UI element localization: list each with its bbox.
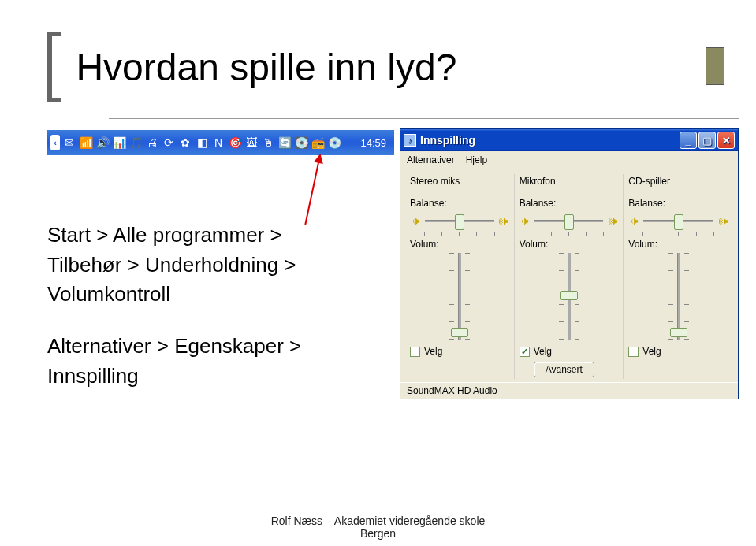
path-line: Innspilling [47, 364, 139, 388]
tray-icon[interactable]: N [211, 136, 225, 150]
balance-label: Balanse: [520, 198, 619, 209]
select-checkbox[interactable]: ✓ [520, 347, 530, 357]
tray-icon[interactable]: 🔄 [277, 136, 292, 150]
dialog-app-icon: ♪ [404, 134, 416, 147]
tray-icon[interactable]: 🖼 [244, 136, 259, 150]
taskbar-clock[interactable]: 14:59 [356, 137, 391, 149]
path-line: Start > Alle programmer > [47, 223, 282, 247]
slide-title: Hvordan spille inn lyd? [65, 46, 456, 89]
channel-mikrofon: MikrofonBalanse:🕩🕪Volum:✓VelgAvansert [515, 174, 624, 379]
tray-icon[interactable]: ✉ [62, 136, 76, 150]
balance-label: Balanse: [410, 198, 509, 209]
footer-line: Bergen [360, 527, 396, 540]
tray-icon[interactable]: ◧ [195, 136, 209, 150]
balance-ticks [628, 232, 728, 236]
tray-icon[interactable]: 📶 [79, 136, 93, 150]
speaker-left-icon: 🕩 [520, 215, 532, 226]
volume-label: Volum: [628, 239, 728, 250]
channel-cd-spiller: CD-spillerBalanse:🕩🕪Volum:Velg [624, 174, 733, 379]
tray-icon[interactable]: 🎵 [128, 136, 143, 150]
maximize-button: ▢ [698, 132, 716, 149]
balance-ticks [410, 232, 509, 236]
tray-icon[interactable]: 📻 [311, 136, 325, 150]
select-label: Velg [424, 346, 442, 357]
footer-line: Rolf Næss – Akademiet videregående skole [271, 514, 486, 527]
select-label: Velg [534, 346, 552, 357]
tray-icon[interactable]: 🖨 [145, 136, 159, 150]
instruction-text: Start > Alle programmer > Tilbehør > Und… [47, 221, 301, 413]
speaker-left-icon: 🕩 [628, 215, 641, 226]
advanced-button[interactable]: Avansert [534, 362, 594, 377]
title-underline [109, 118, 739, 119]
balance-slider[interactable]: 🕩🕪 [410, 210, 509, 231]
balance-slider[interactable]: 🕩🕪 [520, 210, 619, 231]
volume-slider[interactable] [628, 253, 728, 340]
select-checkbox[interactable] [628, 347, 639, 357]
tray-icon[interactable]: 🖱 [261, 136, 275, 150]
slide-footer: Rolf Næss – Akademiet videregående skole… [0, 514, 756, 540]
balance-label: Balanse: [628, 198, 728, 209]
channel-name: Stereo miks [410, 176, 509, 187]
taskbar-expand-icon[interactable]: ‹ [50, 135, 60, 150]
speaker-right-icon: 🕪 [605, 215, 618, 226]
channel-name: CD-spiller [628, 176, 728, 187]
windows-taskbar: ‹ ✉ 📶 🔊 📊 🎵 🖨 ⟳ ✿ ◧ N 🎯 🖼 🖱 🔄 💽 📻 💿 14:5… [47, 130, 394, 155]
tray-icon[interactable]: ✿ [178, 136, 192, 150]
channel-stereo-miks: Stereo miksBalanse:🕩🕪Volum:Velg [405, 174, 515, 379]
path-line: Volumkontroll [47, 282, 170, 306]
speaker-right-icon: 🕪 [716, 215, 728, 226]
dialog-body: Stereo miksBalanse:🕩🕪Volum:VelgMikrofonB… [400, 169, 738, 382]
volume-slider[interactable] [520, 253, 619, 340]
slide-title-wrap: Hvordan spille inn lyd? [47, 32, 456, 102]
dialog-menu: Alternativer Hjelp [400, 151, 738, 169]
select-checkbox[interactable] [410, 347, 420, 357]
recording-dialog: ♪ Innspilling _ ▢ ✕ Alternativer Hjelp S… [400, 128, 739, 399]
tray-icon[interactable]: ⟳ [162, 136, 176, 150]
tray-icon[interactable]: 💽 [294, 136, 308, 150]
dialog-titlebar[interactable]: ♪ Innspilling _ ▢ ✕ [400, 129, 738, 151]
select-checkbox-row[interactable]: Velg [410, 346, 509, 357]
path-line: Tilbehør > Underholdning > [47, 253, 296, 277]
menu-item-alternativer[interactable]: Alternativer [407, 154, 455, 165]
arrow-annotation-icon [304, 155, 321, 225]
volume-slider[interactable] [410, 253, 509, 340]
menu-item-hjelp[interactable]: Hjelp [466, 154, 487, 165]
volume-label: Volum: [520, 239, 619, 250]
speaker-left-icon: 🕩 [410, 215, 423, 226]
speaker-right-icon: 🕪 [497, 215, 509, 226]
select-checkbox-row[interactable]: ✓Velg [520, 346, 619, 357]
select-checkbox-row[interactable]: Velg [628, 346, 728, 357]
accent-box-icon [706, 47, 724, 85]
dialog-statusbar: SoundMAX HD Audio [400, 382, 738, 399]
volume-label: Volum: [410, 239, 509, 250]
title-bracket-icon [47, 32, 61, 102]
dialog-title: Innspilling [420, 134, 475, 147]
tray-icon[interactable]: 💿 [327, 136, 341, 150]
tray-icon[interactable]: 🔊 [95, 136, 110, 150]
minimize-button[interactable]: _ [680, 132, 697, 149]
balance-slider[interactable]: 🕩🕪 [628, 210, 728, 231]
balance-ticks [520, 232, 619, 236]
tray-icon[interactable]: 📊 [112, 136, 126, 150]
channel-name: Mikrofon [520, 176, 619, 187]
select-label: Velg [642, 346, 661, 357]
path-line: Alternativer > Egenskaper > [47, 334, 301, 358]
tray-icon[interactable]: 🎯 [228, 136, 242, 150]
close-button[interactable]: ✕ [717, 132, 735, 149]
